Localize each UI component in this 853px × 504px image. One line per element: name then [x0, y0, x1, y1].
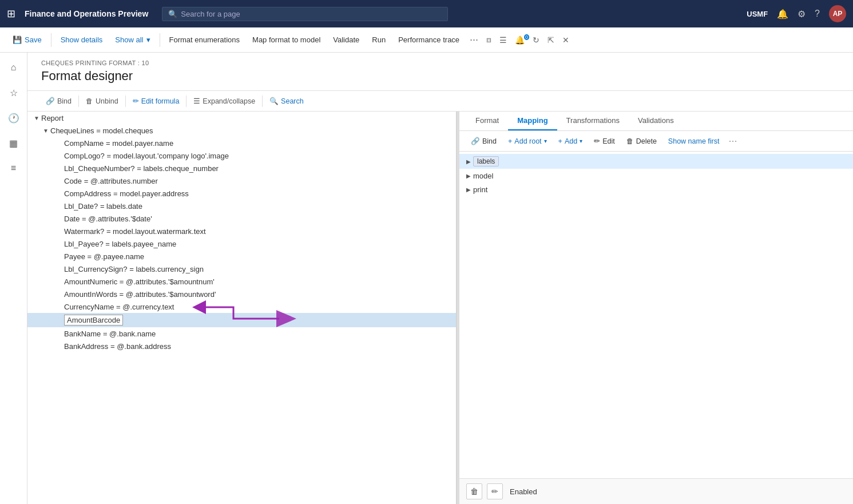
mapping-toolbar: 🔗 Bind + Add root ▾ + Add ▾ ✏ [459, 131, 853, 152]
content-area: CHEQUES PRINTING FORMAT : 10 Format desi… [27, 53, 853, 504]
add-chevron: ▾ [580, 138, 582, 144]
edit-button[interactable]: ✏ Edit [589, 134, 620, 148]
mapping-more-icon[interactable]: ··· [726, 135, 739, 147]
show-details-button[interactable]: Show details [55, 33, 109, 47]
sub-toolbar: 🔗 Bind 🗑 Unbind ✏ Edit formula ☰ Expand/… [27, 91, 853, 112]
tree-item-lblpayee[interactable]: Lbl_Payee? = labels.payee_name [27, 237, 456, 250]
tab-mapping[interactable]: Mapping [508, 112, 557, 130]
toggle-report[interactable]: ▼ [32, 113, 41, 122]
mapping-tabs: Format Mapping Transformations Validatio… [459, 112, 853, 131]
sidebar-star-icon[interactable]: ☆ [3, 82, 24, 103]
notification-icon[interactable]: 🔔 [777, 9, 788, 19]
page-header: CHEQUES PRINTING FORMAT : 10 Format desi… [27, 53, 853, 91]
tree-item-bankaddress[interactable]: BankAddress = @.bank.address [27, 340, 456, 352]
show-all-button[interactable]: Show all ▾ [109, 33, 156, 47]
footer-delete-button[interactable]: 🗑 [466, 483, 482, 499]
toggle-print[interactable]: ▶ [464, 185, 473, 194]
unbind-icon: 🗑 [86, 97, 93, 105]
tree-item-watermark[interactable]: Watermark? = model.layout.watermark.text [27, 225, 456, 237]
tree-item-bankname[interactable]: BankName = @.bank.name [27, 327, 456, 340]
tree-item-currencyname[interactable]: CurrencyName = @.currency.text [27, 300, 456, 313]
add-button[interactable]: + Add ▾ [554, 135, 588, 148]
toolbar-notif-badge[interactable]: 🔔0 [511, 35, 528, 45]
mapping-item-model[interactable]: ▶ model [459, 169, 853, 182]
map-format-to-model-button[interactable]: Map format to model [247, 33, 326, 47]
edit-formula-button[interactable]: ✏ Edit formula [128, 94, 184, 108]
tree-item-report[interactable]: ▼ Report [27, 112, 456, 124]
toolbar-more-icon[interactable]: ··· [466, 34, 482, 46]
toolbar-extra-icon2[interactable]: ☰ [496, 35, 510, 45]
global-search[interactable]: 🔍 Search for a page [162, 7, 448, 21]
toolbar-expand-icon[interactable]: ⇱ [544, 35, 558, 45]
split-pane: ▼ Report ▼ ChequeLines = model.cheques C… [27, 112, 853, 504]
tree-item-compname[interactable]: CompName = model.payer.name [27, 137, 456, 149]
app-title: Finance and Operations Preview [25, 9, 148, 18]
toggle-model[interactable]: ▶ [464, 171, 473, 180]
mapping-bind-button[interactable]: 🔗 Bind [466, 134, 501, 148]
tree-item-date[interactable]: Date = @.attributes.'$date' [27, 212, 456, 225]
add-root-button[interactable]: + Add root ▾ [503, 135, 552, 148]
save-icon: 💾 [13, 35, 22, 44]
toolbar-close-icon[interactable]: ✕ [559, 35, 573, 45]
toolbar-separator-1 [51, 33, 51, 47]
format-enumerations-button[interactable]: Format enumerations [164, 33, 246, 47]
tree-item-amountinwords[interactable]: AmountInWords = @.attributes.'$amountwor… [27, 288, 456, 300]
footer-delete-icon: 🗑 [470, 487, 478, 496]
main-toolbar: 💾 Save Show details Show all ▾ Format en… [0, 27, 853, 53]
toggle-labels[interactable]: ▶ [464, 157, 473, 166]
tab-format[interactable]: Format [466, 112, 508, 130]
performance-trace-button[interactable]: Performance trace [392, 33, 465, 47]
grid-icon[interactable]: ⊞ [7, 7, 15, 20]
tab-transformations[interactable]: Transformations [557, 112, 629, 130]
tree-item-lblcurrencysign[interactable]: Lbl_CurrencySign? = labels.currency_sign [27, 263, 456, 275]
save-button[interactable]: 💾 Save [7, 33, 47, 47]
footer-edit-icon: ✏ [491, 487, 498, 496]
tree-item-chequelines[interactable]: ▼ ChequeLines = model.cheques [27, 124, 456, 137]
settings-icon[interactable]: ⚙ [798, 9, 806, 19]
sidebar-calendar-icon[interactable]: ▦ [3, 133, 24, 153]
help-icon[interactable]: ? [815, 9, 820, 19]
sub-separator-4 [262, 96, 263, 107]
unbind-button[interactable]: 🗑 Unbind [81, 95, 123, 108]
run-button[interactable]: Run [366, 33, 391, 47]
tree-pane: ▼ Report ▼ ChequeLines = model.cheques C… [27, 112, 457, 504]
mapping-item-print[interactable]: ▶ print [459, 182, 853, 196]
delete-icon: 🗑 [626, 137, 634, 145]
mapping-item-labels[interactable]: ▶ labels [459, 154, 853, 169]
status-badge: Enabled [510, 487, 537, 496]
tree-item-lblchequenumber[interactable]: Lbl_ChequeNumber? = labels.cheque_number [27, 162, 456, 174]
link-icon-mapping: 🔗 [471, 137, 480, 145]
tree-item-complogo[interactable]: CompLogo? = model.layout.'company logo'.… [27, 149, 456, 162]
tree-item-payee[interactable]: Payee = @.payee.name [27, 250, 456, 263]
sub-separator-3 [186, 96, 187, 107]
toolbar-refresh-icon[interactable]: ↻ [529, 35, 543, 45]
pencil-icon: ✏ [594, 137, 600, 145]
tree-item-code[interactable]: Code = @.attributes.number [27, 174, 456, 187]
plus-icon-add: + [558, 137, 562, 145]
expand-icon: ☰ [193, 97, 200, 105]
footer-edit-button[interactable]: ✏ [487, 483, 503, 499]
avatar[interactable]: AP [829, 5, 846, 22]
sidebar-list-icon[interactable]: ≡ [3, 158, 24, 178]
tree-item-amountbarcode[interactable]: AmountBarcode [27, 313, 456, 327]
toolbar-extra-icon1[interactable]: ⧈ [483, 35, 495, 45]
expand-collapse-button[interactable]: ☰ Expand/collapse [189, 94, 260, 108]
show-all-chevron: ▾ [146, 35, 150, 44]
add-root-chevron: ▾ [544, 138, 547, 144]
sidebar-home-icon[interactable]: ⌂ [3, 57, 24, 78]
search-placeholder: Search for a page [181, 10, 240, 18]
tree-item-compaddress[interactable]: CompAddress = model.payer.address [27, 187, 456, 200]
validate-button[interactable]: Validate [327, 33, 365, 47]
tree-item-amountnumeric[interactable]: AmountNumeric = @.attributes.'$amountnum… [27, 275, 456, 288]
bind-button[interactable]: 🔗 Bind [41, 94, 76, 108]
sidebar-clock-icon[interactable]: 🕐 [3, 108, 24, 128]
delete-button[interactable]: 🗑 Delete [622, 135, 661, 148]
top-nav-right: USMF 🔔 ⚙ ? AP [747, 5, 846, 22]
search-icon: 🔍 [168, 10, 177, 18]
tab-validations[interactable]: Validations [629, 112, 683, 130]
toggle-chequelines[interactable]: ▼ [41, 126, 50, 135]
search-button[interactable]: 🔍 Search [265, 94, 308, 108]
tree-item-lbldate[interactable]: Lbl_Date? = labels.date [27, 200, 456, 212]
left-sidebar: ⌂ ☆ 🕐 ▦ ≡ [0, 53, 27, 504]
show-name-first-button[interactable]: Show name first [664, 135, 724, 148]
